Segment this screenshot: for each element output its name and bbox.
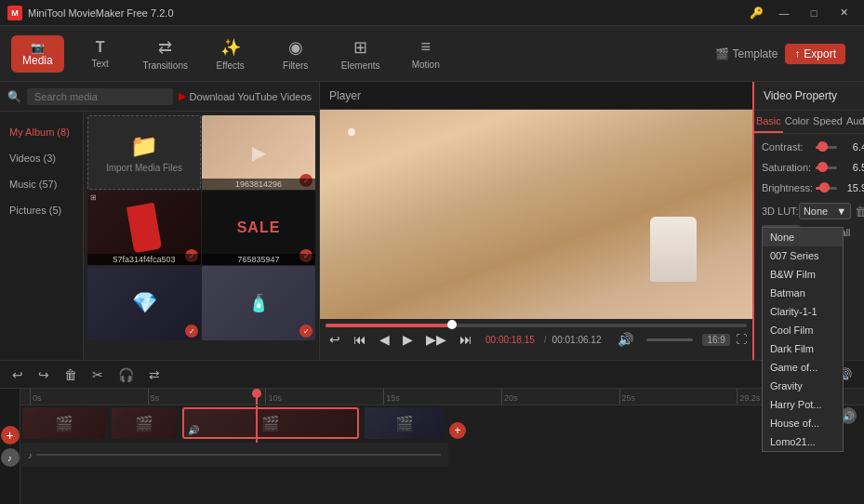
toolbar-filters[interactable]: ◉ Filters [267,30,325,78]
lut-option-cool[interactable]: Cool Film [763,321,843,339]
clip-4[interactable]: 🎬 [365,407,444,439]
template-button[interactable]: 🎬 Template [715,47,778,60]
clip-2[interactable]: 🎬 [112,407,177,439]
maximize-button[interactable]: □ [801,3,827,23]
brightness-slider[interactable] [816,187,837,190]
rewind-button[interactable]: ↩ [326,330,344,349]
effects-icon: ✨ [220,37,241,58]
sidebar-item-videos[interactable]: Videos (3) [0,145,83,171]
filters-label: Filters [283,60,308,71]
import-media-thumb[interactable]: 📁 Import Media Files [87,115,201,190]
progress-thumb[interactable] [447,320,457,329]
media-thumb-57fa314[interactable]: ✓ 57fa314f4fca503 ⊞ [87,191,201,265]
fullscreen-button[interactable]: ⛶ [736,333,747,346]
video-icon-2: ⊞ [90,193,97,202]
audio-button[interactable]: 🎧 [113,365,139,384]
motion-icon: ≡ [420,37,431,57]
music-icon: ♪ [28,450,33,460]
right-panel: Video Property Basic Color Speed Audio C… [752,82,864,360]
tab-basic[interactable]: Basic [754,111,783,133]
elements-label: Elements [341,60,380,71]
skip-next-button[interactable]: ⏭ [456,330,476,349]
saturation-thumb[interactable] [817,162,828,172]
skip-prev-button[interactable]: ⏮ [350,330,370,349]
thumb-label-3: 765835947 [202,254,315,265]
transform-button[interactable]: ⇄ [144,365,165,384]
sidebar-item-pictures[interactable]: Pictures (5) [0,197,83,223]
toolbar-elements[interactable]: ⊞ Elements [332,30,390,78]
progress-bar[interactable] [326,324,747,327]
delete-button[interactable]: 🗑 [60,365,82,384]
media-thumb-jewel[interactable]: 💎 ✓ [87,266,201,340]
undo-button[interactable]: ↩ [7,365,28,384]
media-grid: 📁 Import Media Files ▶ ✓ 1963814296 ⏱ [84,112,319,360]
transitions-label: Transitions [142,60,188,71]
add-track-area: + ♪ [0,389,20,504]
media-thumb-1963814296[interactable]: ▶ ✓ 1963814296 ⏱ [202,115,315,190]
add-track-button[interactable]: + [1,426,20,444]
thumb-label: 1963814296 [202,179,315,190]
lut-option-007[interactable]: 007 Series [763,246,843,265]
saturation-row: Saturation: 6.5 [762,162,864,173]
elements-icon: ⊞ [353,37,367,58]
search-icon: 🔍 [7,90,21,103]
lut-option-bw[interactable]: B&W Film [763,265,843,284]
next-frame-button[interactable]: ▶▶ [422,330,450,349]
toolbar-text[interactable]: T Text [72,30,129,78]
time-total: 00:01:06.12 [552,335,602,345]
tracks-container: 0s 5s 10s 15s 20s 25s 29.2s 🎬 [20,389,864,504]
prev-frame-button[interactable]: ◀ [376,330,393,349]
key-icon[interactable]: 🔑 [750,7,764,20]
saturation-slider[interactable] [816,166,837,169]
selected-check-5: ✓ [299,325,312,338]
time-separator: / [544,335,547,345]
brightness-thumb[interactable] [819,182,830,192]
lut-trash-button[interactable]: 🗑 [855,205,864,219]
progress-fill [326,324,452,327]
youtube-icon: ▶ [179,90,186,102]
timeline-ruler: 0s 5s 10s 15s 20s 25s 29.2s [20,389,864,405]
export-button[interactable]: ↑ Export [785,44,845,64]
close-button[interactable]: ✕ [831,3,857,23]
toolbar-effects[interactable]: ✨ Effects [202,30,259,78]
toolbar-transitions[interactable]: ⇄ Transitions [137,30,194,78]
audio-track: ♪ [20,441,864,469]
ruler-mark-15: 15s [383,389,501,405]
volume-button[interactable]: 🔊 [614,330,637,349]
youtube-label: Download YouTube Videos [190,91,312,102]
media-thumb-product[interactable]: 🧴 ✓ [202,266,315,340]
cut-button[interactable]: ✂ [87,365,108,384]
lut-option-none[interactable]: None [763,228,843,246]
lut-option-clarity[interactable]: Clarity-1-1 [763,302,843,321]
play-button[interactable]: ▶ [399,330,417,349]
clip-3-active[interactable]: 🎬 🔊 [182,407,359,439]
media-thumb-765835947[interactable]: SALE ✓ 765835947 [202,191,315,265]
youtube-download-button[interactable]: ▶ Download YouTube Videos [179,90,312,102]
contrast-value: 6.4 [843,141,864,153]
add-track-button-2[interactable]: ♪ [1,448,20,467]
left-panel: 🔍 ▶ Download YouTube Videos My Album (8)… [0,82,320,360]
add-clip-button[interactable]: + [449,422,466,439]
video-preview [320,110,752,319]
contrast-slider[interactable] [816,146,837,149]
tab-color[interactable]: Color [783,111,811,133]
lut-option-batman[interactable]: Batman [763,284,843,302]
lut-select[interactable]: None ▼ [799,203,851,219]
redo-button[interactable]: ↪ [33,365,54,384]
lut-option-dark[interactable]: Dark Film [763,339,843,358]
lut-option-game[interactable]: Game of... [763,358,843,360]
contrast-thumb[interactable] [817,141,828,152]
tab-audio[interactable]: Audio [844,111,864,133]
search-input[interactable] [27,88,173,105]
toolbar-media[interactable]: 📷 Media [11,35,64,73]
volume-slider[interactable] [646,338,693,341]
player-controls: ↩ ⏮ ◀ ▶ ▶▶ ⏭ 00:00:18.15 / 00:01:06.12 🔊… [320,319,752,360]
clip-1[interactable]: 🎬 [22,407,106,439]
clip-icon-3: 🎬 [261,415,280,432]
tab-speed[interactable]: Speed [811,111,844,133]
minimize-button[interactable]: — [771,3,797,23]
timeline-content: + ♪ 0s 5s 10s 15s 20s 25s 29.2s [0,389,864,504]
toolbar-motion[interactable]: ≡ Motion [397,30,455,78]
sidebar-item-my-album[interactable]: My Album (8) [0,119,83,145]
sidebar-item-music[interactable]: Music (57) [0,171,83,197]
